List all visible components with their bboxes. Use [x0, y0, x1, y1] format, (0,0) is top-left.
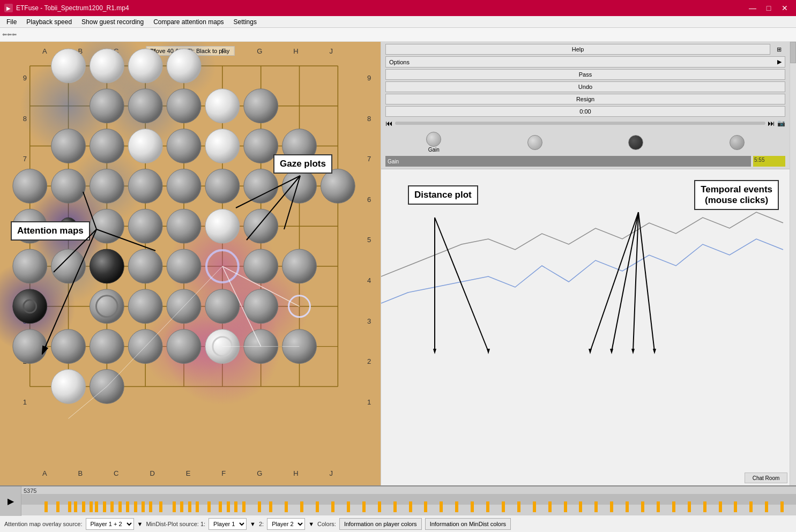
svg-point-41 — [90, 129, 124, 163]
right-panel: Help ⊞ Options ▶ Pass Undo — [381, 42, 796, 485]
svg-point-20 — [102, 63, 188, 149]
pass-button[interactable]: Pass — [385, 69, 785, 80]
timeline-events-row — [21, 506, 796, 514]
help-button[interactable]: Help — [385, 44, 770, 55]
svg-point-76 — [128, 289, 162, 324]
options-button[interactable]: Options ▶ — [385, 56, 785, 68]
prev-prev-btn[interactable]: ⏮ — [385, 119, 393, 128]
svg-point-48 — [51, 169, 86, 203]
svg-point-28 — [163, 288, 281, 405]
screenshot-btn[interactable]: 📷 — [777, 119, 785, 127]
menu-compare[interactable]: Compare attention maps — [149, 17, 228, 27]
menu-bar: File Playback speed Show guest recording… — [0, 16, 796, 28]
mindist-player2-select[interactable]: Player 2 — [267, 518, 305, 530]
menu-show-guest[interactable]: Show guest recording — [77, 17, 148, 27]
svg-point-45 — [244, 129, 278, 163]
svg-point-34 — [129, 90, 161, 122]
svg-point-60 — [128, 209, 162, 243]
svg-point-68 — [167, 249, 201, 283]
board-labels-right: 987 654 321 — [367, 58, 378, 422]
timeline-track[interactable]: 5375 — [21, 486, 796, 516]
gaze-plots-callout: Gaze plots — [273, 154, 332, 174]
svg-point-52 — [205, 169, 240, 203]
board-labels-top: ABC DEF GHJ — [27, 47, 348, 55]
svg-point-23 — [70, 149, 145, 224]
svg-line-93 — [222, 266, 261, 347]
bottom-bar: Attention map overlay source: Player 1 +… — [0, 515, 796, 532]
svg-point-88 — [244, 329, 278, 364]
svg-point-80 — [289, 296, 310, 317]
chat-room-label: Chat Room — [745, 473, 787, 483]
svg-point-63 — [244, 209, 278, 243]
playback-slider[interactable] — [395, 122, 765, 125]
menu-playback-speed[interactable]: Playback speed — [22, 17, 76, 27]
svg-point-29 — [141, 304, 227, 389]
mindist-source-label: MinDist-Plot source: 1: — [146, 521, 205, 527]
svg-point-35 — [90, 89, 124, 123]
timeline-area: ▶ 5375 — [0, 485, 796, 515]
timeline-play-button[interactable]: ▶ — [0, 486, 21, 516]
knob-3[interactable] — [628, 135, 643, 150]
next-next-btn[interactable]: ⏭ — [768, 119, 775, 128]
svg-point-79 — [244, 289, 278, 324]
annotation-arrows — [0, 42, 381, 485]
dropdown-arrow-attention: ▼ — [137, 521, 143, 527]
svg-point-62 — [205, 209, 240, 243]
svg-point-54 — [282, 169, 317, 203]
svg-point-77 — [167, 289, 201, 324]
knob-2[interactable] — [527, 135, 542, 150]
svg-point-40 — [51, 129, 86, 163]
clock-button[interactable]: 0:00 — [385, 106, 785, 117]
undo-button[interactable]: Undo — [385, 81, 785, 92]
status-right: 5:55 — [753, 156, 785, 167]
scroll-thumb[interactable] — [790, 42, 796, 63]
dropdown-arrow-p2: ▼ — [308, 521, 314, 527]
attention-source-select[interactable]: Player 1 + 2 — [86, 518, 134, 530]
svg-point-69 — [206, 250, 239, 282]
svg-point-89 — [282, 329, 317, 364]
svg-point-39 — [244, 89, 278, 123]
svg-line-96 — [54, 229, 96, 272]
svg-point-71 — [282, 249, 317, 283]
frame-number: 5375 — [24, 488, 36, 494]
svg-line-101 — [284, 176, 300, 229]
control-row-3: Pass — [385, 69, 785, 80]
resign-button[interactable]: Resign — [385, 94, 785, 104]
svg-line-95 — [43, 229, 96, 353]
game-controls: Help ⊞ Options ▶ Pass Undo — [381, 42, 790, 169]
svg-point-50 — [128, 169, 162, 203]
minimize-button[interactable]: — — [746, 2, 760, 14]
svg-point-66 — [90, 249, 124, 283]
svg-line-99 — [236, 176, 300, 208]
maximize-button[interactable]: □ — [762, 2, 776, 14]
knob-4[interactable] — [730, 135, 745, 150]
scroll-control: ⊞ — [772, 44, 785, 55]
toolbar: ⬅⬅⬅ — [0, 28, 796, 42]
svg-point-67 — [128, 249, 162, 283]
menu-settings[interactable]: Settings — [229, 17, 261, 27]
svg-line-97 — [83, 192, 96, 229]
knob-1[interactable] — [426, 132, 441, 147]
player-colors-button[interactable]: Information on player colors — [339, 518, 422, 530]
svg-point-75 — [96, 296, 117, 317]
control-row-2: Options ▶ — [385, 56, 785, 68]
right-scrollbar[interactable] — [790, 42, 796, 485]
title-bar-title: ETFuse - Tobii_Spectrum1200_R1.mp4 — [16, 4, 129, 12]
close-button[interactable]: ✕ — [778, 2, 792, 14]
go-board-panel: Move 40 (W d7): Black to play ABC DEF GH… — [0, 42, 381, 485]
svg-point-43 — [167, 129, 201, 163]
menu-file[interactable]: File — [2, 17, 21, 27]
svg-point-70 — [244, 249, 278, 283]
svg-line-98 — [96, 229, 155, 251]
audio-section-1: Gain — [385, 132, 482, 153]
svg-point-58 — [66, 223, 71, 229]
title-bar: ▶ ETFuse - Tobii_Spectrum1200_R1.mp4 — □… — [0, 0, 796, 16]
control-row-1: Help ⊞ — [385, 44, 785, 55]
audio-section-3 — [587, 135, 685, 150]
mindist-colors-button[interactable]: Information on MinDist colors — [425, 518, 511, 530]
board-labels-bottom: ABC DEF GHJ — [27, 469, 348, 477]
svg-line-100 — [247, 176, 300, 240]
mindist-player1-select[interactable]: Player 1 — [209, 518, 247, 530]
svg-point-90 — [51, 370, 86, 404]
board-svg — [0, 42, 381, 485]
